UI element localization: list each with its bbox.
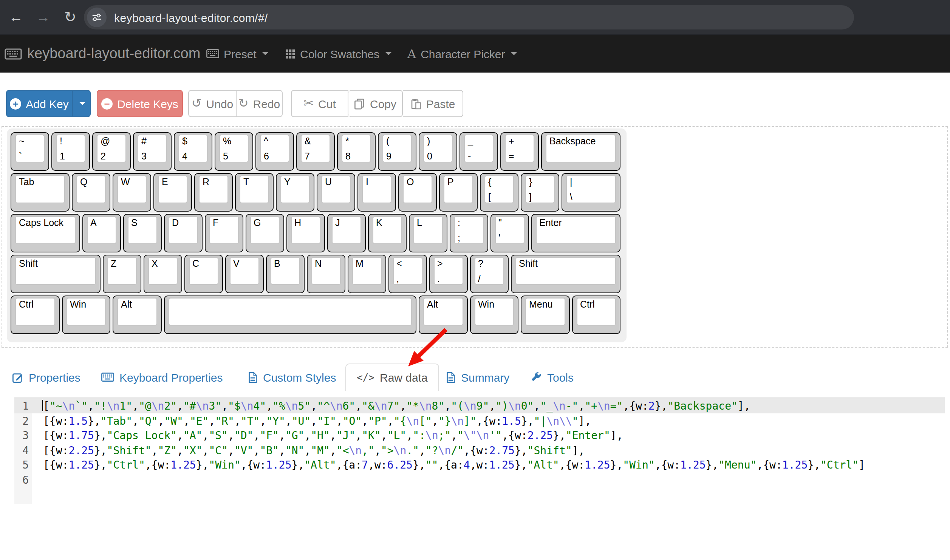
keyboard-key-Shift[interactable]: Shift xyxy=(511,255,620,293)
address-bar[interactable]: keyboard-layout-editor.com/#/ xyxy=(84,5,854,29)
add-key-button[interactable]: + Add Key xyxy=(6,90,73,117)
code-line[interactable]: 4[{w:2.25},"Shift","Z","X","C","V","B","… xyxy=(14,443,945,458)
keyboard-key-|[interactable]: |\ xyxy=(562,173,620,212)
forward-icon[interactable]: → xyxy=(32,9,54,25)
keyboard-key-P[interactable]: P xyxy=(439,173,478,212)
key-label-bottom: ` xyxy=(19,151,22,162)
code-line[interactable]: 1["~\n`","!\n1","@\n2","#\n3","$\n4","%\… xyxy=(14,399,945,414)
code-line[interactable]: 5[{w:1.25},"Ctrl",{w:1.25},"Win",{w:1.25… xyxy=(14,458,945,473)
tab-raw-data[interactable]: </>Raw data xyxy=(345,364,439,391)
keyboard-key-+[interactable]: += xyxy=(500,132,539,171)
line-content: ["~\n`","!\n1","@\n2","#\n3","$\n4","%\n… xyxy=(43,399,750,414)
keyboard-key-?[interactable]: ?/ xyxy=(470,255,508,293)
keyboard-key-#[interactable]: #3 xyxy=(133,132,172,171)
undo-button[interactable]: ↺ Undo xyxy=(188,90,237,117)
keyboard-key-L[interactable]: L xyxy=(408,214,447,252)
keyboard-key-Alt[interactable]: Alt xyxy=(419,295,467,334)
keycap-surface: J xyxy=(331,216,361,244)
keyboard-key-Win[interactable]: Win xyxy=(62,295,110,334)
keycap-surface: U xyxy=(321,175,351,203)
keyboard-key-Enter[interactable]: Enter xyxy=(531,214,620,252)
keyboard-key-T[interactable]: T xyxy=(235,173,274,212)
keyboard-key-Ctrl[interactable]: Ctrl xyxy=(572,295,620,334)
keyboard-key->[interactable]: >. xyxy=(429,255,467,293)
tab-tools[interactable]: Tools xyxy=(529,364,575,391)
reload-icon[interactable]: ↻ xyxy=(59,8,82,26)
brand[interactable]: keyboard-layout-editor.com xyxy=(5,35,200,73)
keyboard-key-~[interactable]: ~` xyxy=(11,132,49,171)
tab-keyboard-properties[interactable]: Keyboard Properties xyxy=(100,364,224,391)
keyboard-key-)[interactable]: )0 xyxy=(419,132,457,171)
keyboard-key-G[interactable]: G xyxy=(245,214,284,252)
keyboard-key-S[interactable]: S xyxy=(123,214,161,252)
keyboard-key-Backspace[interactable]: Backspace xyxy=(541,132,620,171)
keyboard-key-U[interactable]: U xyxy=(317,173,355,212)
keyboard-key-D[interactable]: D xyxy=(164,214,202,252)
tab-properties[interactable]: Properties xyxy=(11,364,82,391)
keyboard-key-![interactable]: !1 xyxy=(51,132,90,171)
keyboard-key-M[interactable]: M xyxy=(347,255,386,293)
keyboard-key-J[interactable]: J xyxy=(327,214,365,252)
keyboard-key-*[interactable]: *8 xyxy=(337,132,376,171)
keyboard-key-O[interactable]: O xyxy=(398,173,437,212)
keyboard-key-"[interactable]: "' xyxy=(490,214,529,252)
redo-button[interactable]: ↻ Redo xyxy=(237,90,283,117)
keyboard-key-:[interactable]: :; xyxy=(449,214,488,252)
keyboard-key-@[interactable]: @2 xyxy=(92,132,131,171)
key-label-bottom: 5 xyxy=(223,151,228,162)
keyboard-key-Y[interactable]: Y xyxy=(276,173,314,212)
keyboard-key-K[interactable]: K xyxy=(368,214,406,252)
paste-button[interactable]: Paste xyxy=(403,90,463,117)
keyboard-key-N[interactable]: N xyxy=(306,255,345,293)
keyboard-key-{[interactable]: {[ xyxy=(480,173,518,212)
cut-button[interactable]: ✂ Cut xyxy=(291,90,348,117)
raw-data-editor[interactable]: 1["~\n`","!\n1","@\n2","#\n3","$\n4","%\… xyxy=(14,397,945,518)
code-line[interactable]: 2[{w:1.5},"Tab","Q","W","E","R","T","Y",… xyxy=(14,414,945,429)
tab-custom-styles[interactable]: Custom Styles xyxy=(246,364,337,391)
keyboard-key-Win[interactable]: Win xyxy=(470,295,518,334)
back-icon[interactable]: ← xyxy=(5,9,27,25)
keyboard-key-Tab[interactable]: Tab xyxy=(11,173,70,212)
keyboard-key-W[interactable]: W xyxy=(113,173,151,212)
keyboard-key-Q[interactable]: Q xyxy=(72,173,110,212)
code-icon: </> xyxy=(357,372,374,383)
keyboard-key-Caps Lock[interactable]: Caps Lock xyxy=(11,214,80,252)
menu-color-swatches[interactable]: Color Swatches xyxy=(285,35,391,73)
keyboard-key-&[interactable]: &7 xyxy=(296,132,335,171)
keyboard-key-A[interactable]: A xyxy=(82,214,121,252)
code-line[interactable]: 6 xyxy=(14,473,945,487)
keyboard-key-R[interactable]: R xyxy=(194,173,233,212)
keyboard-key-V[interactable]: V xyxy=(225,255,263,293)
keyboard-key-Menu[interactable]: Menu xyxy=(521,295,569,334)
keyboard-key-_[interactable]: _- xyxy=(460,132,498,171)
menu-preset[interactable]: Preset xyxy=(206,35,269,73)
line-content: [{w:2.25},"Shift","Z","X","C","V","B","N… xyxy=(43,443,585,458)
code-line[interactable]: 3[{w:1.75},"Caps Lock","A","S","D","F","… xyxy=(14,429,945,443)
keyboard-key-I[interactable]: I xyxy=(357,173,396,212)
key-label-top: H xyxy=(294,218,301,228)
keyboard-key-Alt[interactable]: Alt xyxy=(113,295,161,334)
tune-icon[interactable] xyxy=(87,8,107,27)
keyboard-key-E[interactable]: E xyxy=(153,173,192,212)
keyboard-key-C[interactable]: C xyxy=(184,255,223,293)
keyboard-key-Ctrl[interactable]: Ctrl xyxy=(11,295,59,334)
keyboard-key-^[interactable]: ^6 xyxy=(255,132,294,171)
keyboard-key-Z[interactable]: Z xyxy=(102,255,141,293)
keyboard-key-<[interactable]: <, xyxy=(388,255,427,293)
keyboard-key-X[interactable]: X xyxy=(143,255,182,293)
keyboard-key-H[interactable]: H xyxy=(286,214,325,252)
keyboard-key-%[interactable]: %5 xyxy=(215,132,253,171)
menu-character-picker[interactable]: A Character Picker xyxy=(407,35,517,73)
keyboard-key-space[interactable] xyxy=(164,295,416,334)
add-key-dropdown-button[interactable] xyxy=(73,90,91,117)
keyboard-key-([interactable]: (9 xyxy=(378,132,416,171)
keycap-surface: }] xyxy=(525,175,555,203)
keyboard-key-}[interactable]: }] xyxy=(521,173,559,212)
copy-button[interactable]: Copy xyxy=(348,90,403,117)
keyboard-key-Shift[interactable]: Shift xyxy=(11,255,100,293)
keyboard-key-$[interactable]: $4 xyxy=(174,132,212,171)
keyboard-key-F[interactable]: F xyxy=(204,214,243,252)
tab-summary[interactable]: Summary xyxy=(444,364,511,391)
delete-keys-button[interactable]: − Delete Keys xyxy=(97,90,183,117)
keyboard-key-B[interactable]: B xyxy=(266,255,304,293)
